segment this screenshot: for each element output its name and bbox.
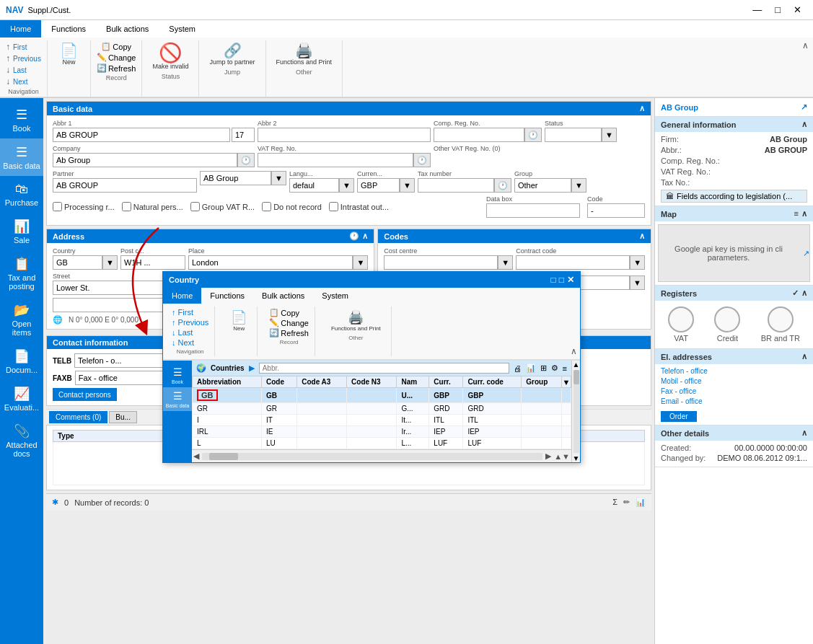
col-code-a3[interactable]: Code A3 xyxy=(297,376,347,388)
last-button[interactable]: Last xyxy=(13,66,27,74)
popup-toolbar-grid-icon[interactable]: ⊞ xyxy=(540,363,547,373)
data-box-input[interactable] xyxy=(486,203,580,218)
group-input[interactable] xyxy=(514,178,571,193)
popup-minimize-button[interactable]: □ xyxy=(551,275,556,285)
codes-collapse-icon[interactable]: ∧ xyxy=(639,231,645,241)
popup-vscroll-down[interactable]: ▼ xyxy=(573,454,580,462)
tab-home[interactable]: Home xyxy=(0,20,41,38)
popup-toolbar-bar-chart-icon[interactable]: 📊 xyxy=(526,363,536,373)
popup-hscrollbar-thumb[interactable] xyxy=(209,453,238,460)
intrastat-checkbox[interactable]: Intrastat out... xyxy=(329,202,389,211)
popup-change-button[interactable]: ✏️ Change xyxy=(269,318,309,327)
vat-circle[interactable] xyxy=(668,306,694,332)
popup-sidebar-basic[interactable]: ☰ Basic data xyxy=(163,387,192,411)
popup-maximize-button[interactable]: □ xyxy=(559,275,564,285)
place-dropdown[interactable]: ▼ xyxy=(353,255,368,270)
vat-reg-clock-button[interactable]: 🕐 xyxy=(413,153,431,167)
order-button[interactable]: Order xyxy=(661,411,697,422)
window-controls[interactable]: — □ ✕ xyxy=(747,3,807,17)
popup-refresh-button[interactable]: 🔄 Refresh xyxy=(269,328,309,338)
popup-close-button[interactable]: ✕ xyxy=(567,275,574,285)
code-input[interactable] xyxy=(587,203,645,218)
col-name[interactable]: Nam xyxy=(397,376,429,388)
status-input[interactable] xyxy=(545,128,602,142)
currency-input[interactable] xyxy=(357,178,400,193)
registers-check-icon[interactable]: ✓ xyxy=(792,288,799,298)
credit-circle[interactable] xyxy=(714,306,740,332)
sidebar-item-book[interactable]: ☰ Book xyxy=(0,101,43,138)
ei-fax[interactable]: Fax - office xyxy=(661,387,807,395)
vat-reg-input[interactable] xyxy=(258,153,413,167)
codes-extra-dropdown[interactable]: ▼ xyxy=(630,275,645,290)
refresh-button[interactable]: 🔄 Refresh xyxy=(97,63,136,73)
col-curr-code[interactable]: Curr. code xyxy=(463,376,522,388)
tab-functions[interactable]: Functions xyxy=(41,20,96,38)
previous-button[interactable]: Previous xyxy=(13,55,41,63)
make-invalid-button[interactable]: 🚫 Make invalid xyxy=(148,42,193,71)
br-tr-circle[interactable] xyxy=(768,306,794,332)
country-dropdown[interactable]: ▼ xyxy=(102,255,118,270)
cost-centre-input[interactable] xyxy=(384,255,498,270)
tab-bu[interactable]: Bu... xyxy=(109,411,137,423)
popup-tab-functions[interactable]: Functions xyxy=(201,288,253,304)
popup-functions-print-button[interactable]: 🖨️ Functions and Print xyxy=(327,308,385,333)
abbr1-input[interactable] xyxy=(53,128,230,142)
sidebar-item-purchase[interactable]: 🛍 Purchase xyxy=(0,176,43,213)
ei-mobil[interactable]: Mobil - office xyxy=(661,377,807,385)
natural-pers-checkbox[interactable]: Natural pers... xyxy=(122,202,183,211)
address-collapse-icon[interactable]: ∧ xyxy=(362,231,368,241)
ei-email[interactable]: Email - office xyxy=(661,397,807,405)
tab-comments[interactable]: Comments (0) xyxy=(49,411,107,423)
maximize-button[interactable]: □ xyxy=(769,3,786,17)
map-external-link-icon[interactable]: ↗ xyxy=(803,249,809,258)
post-code-input[interactable] xyxy=(120,255,185,270)
next-button[interactable]: Next xyxy=(13,78,28,86)
language-input[interactable] xyxy=(289,178,339,193)
popup-vscroll-track[interactable] xyxy=(574,370,579,453)
popup-last-button[interactable]: ↓ Last xyxy=(172,328,208,337)
popup-next-button[interactable]: ↓ Next xyxy=(172,338,208,347)
popup-tab-bulk-actions[interactable]: Bulk actions xyxy=(253,288,313,304)
col-code[interactable]: Code xyxy=(261,376,296,388)
chart-icon[interactable]: 📊 xyxy=(636,498,646,507)
popup-scroll-right-button[interactable]: ▶ xyxy=(545,451,551,461)
do-not-record-checkbox[interactable]: Do not record xyxy=(262,202,322,211)
table-row-irl[interactable]: IRL IE Ir... IEP IEP xyxy=(193,426,571,438)
popup-vscroll-thumb[interactable] xyxy=(574,370,579,384)
partner-input[interactable] xyxy=(53,178,197,193)
sidebar-item-sale[interactable]: 📊 Sale xyxy=(0,213,43,250)
sidebar-item-open-items[interactable]: 📂 Open items xyxy=(0,296,43,343)
tab-bulk-actions[interactable]: Bulk actions xyxy=(96,20,159,38)
processing-checkbox[interactable]: Processing r... xyxy=(53,202,115,211)
popup-scroll-down-button[interactable]: ▼ xyxy=(562,452,570,461)
popup-toolbar-menu-icon[interactable]: ≡ xyxy=(563,364,567,373)
popup-tab-system[interactable]: System xyxy=(313,288,357,304)
sidebar-item-attached-docs[interactable]: 📎 Attached docs xyxy=(0,418,43,464)
edit-icon[interactable]: ✏ xyxy=(623,498,630,507)
tab-system[interactable]: System xyxy=(159,20,206,38)
popup-copy-button[interactable]: 📋 Copy xyxy=(269,308,309,317)
cost-centre-dropdown[interactable]: ▼ xyxy=(498,255,513,270)
map-menu-icon[interactable]: ≡ xyxy=(794,209,799,219)
new-button[interactable]: 📄 New xyxy=(56,42,82,67)
popup-new-button[interactable]: 📄 New xyxy=(227,308,251,333)
col-group[interactable]: Group xyxy=(522,376,562,388)
table-row-gb[interactable]: GB GB U... GBP GBP xyxy=(193,388,571,403)
minimize-button[interactable]: — xyxy=(747,3,768,17)
popup-scroll-left-button[interactable]: ◀ xyxy=(193,451,199,461)
sidebar-item-tax-posting[interactable]: 📋 Tax and posting xyxy=(0,250,43,296)
status-dropdown-button[interactable]: ▼ xyxy=(602,128,617,142)
copy-button[interactable]: 📋 Copy xyxy=(101,42,131,51)
ei-telefon[interactable]: Telefon - office xyxy=(661,367,807,375)
sigma-icon[interactable]: Σ xyxy=(612,498,618,507)
partner-group-input[interactable] xyxy=(200,171,271,185)
company-clock-button[interactable]: 🕐 xyxy=(237,153,255,167)
sidebar-item-documents[interactable]: 📄 Docum... xyxy=(0,343,43,380)
close-button[interactable]: ✕ xyxy=(788,3,807,17)
first-button[interactable]: First xyxy=(13,43,27,51)
ribbon-collapse-button[interactable]: ∧ xyxy=(802,40,809,50)
address-clock-icon[interactable]: 🕐 xyxy=(349,231,359,241)
comp-reg-clock-button[interactable]: 🕐 xyxy=(524,128,542,142)
partner-group-dropdown[interactable]: ▼ xyxy=(271,171,286,185)
popup-toolbar-print-icon[interactable]: 🖨 xyxy=(514,364,522,373)
